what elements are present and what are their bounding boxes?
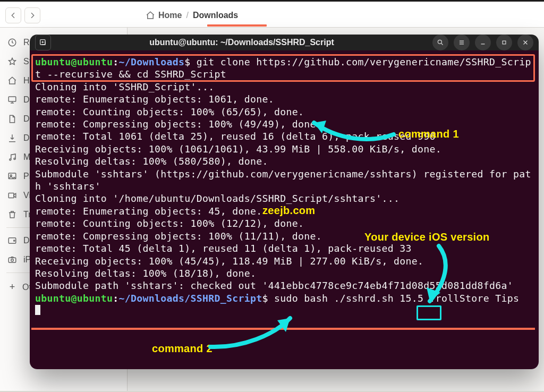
terminal-output-line: Receiving objects: 100% (45/45), 118.49 … [35, 255, 423, 267]
trash-icon [7, 210, 17, 219]
svg-rect-9 [8, 258, 16, 262]
file-icon [7, 114, 17, 124]
terminal-output-line: remote: Compressing objects: 100% (11/11… [35, 231, 322, 242]
chevron-left-icon [9, 11, 18, 20]
terminal-output-line: Submodule 'sshtars' (https://github.com/… [35, 168, 531, 192]
terminal-body[interactable]: ubuntu@ubuntu:~/Downloads$ git clone htt… [30, 50, 539, 369]
camera-icon [7, 255, 17, 265]
hamburger-icon [458, 39, 465, 46]
chevron-right-icon [28, 11, 37, 20]
annotation-arrow-1 [295, 114, 402, 151]
video-icon [7, 191, 17, 200]
files-toolbar: Home / Downloads [0, 3, 544, 28]
close-button[interactable] [517, 35, 533, 50]
breadcrumb-separator: / [186, 11, 188, 20]
annotation-underline [207, 24, 267, 27]
terminal-window: ubuntu@ubuntu: ~/Downloads/SSHRD_Script … [30, 35, 539, 369]
terminal-output-line: remote: Enumerating objects: 1061, done. [35, 93, 274, 105]
nav-back-button[interactable] [5, 7, 21, 23]
music-icon [7, 152, 17, 162]
menu-button[interactable] [454, 35, 470, 50]
terminal-cursor [35, 305, 40, 315]
home-icon [7, 76, 17, 86]
download-icon [7, 133, 17, 143]
breadcrumb-home[interactable]: Home [146, 11, 182, 20]
svg-rect-6 [8, 193, 14, 198]
annotation-box-command1 [31, 54, 535, 82]
minimize-button[interactable] [475, 35, 491, 50]
minimize-icon [479, 39, 487, 46]
terminal-output-line: remote: Counting objects: 100% (65/65), … [35, 106, 304, 117]
terminal-titlebar[interactable]: ubuntu@ubuntu: ~/Downloads/SSHRD_Script [30, 35, 539, 50]
command-2: sudo bash ./sshrd.sh 15.5 TrollStore Tip… [274, 293, 519, 304]
home-icon [146, 11, 155, 20]
search-icon [437, 39, 444, 46]
terminal-output-line: Cloning into '/home/ubuntu/Downloads/SSH… [35, 193, 400, 204]
terminal-output-line: remote: Total 45 (delta 1), reused 11 (d… [35, 243, 412, 254]
svg-point-2 [10, 159, 11, 160]
svg-rect-13 [503, 41, 506, 44]
terminal-output-line: Cloning into 'SSHRD_Script'... [35, 81, 215, 92]
svg-point-12 [438, 40, 441, 44]
search-button[interactable] [432, 35, 448, 50]
desktop-icon [7, 95, 17, 105]
annotation-label-command2: command 2 [152, 343, 212, 355]
terminal-output-line: remote: Compressing objects: 100% (49/49… [35, 118, 322, 130]
annotation-arrow-3 [205, 311, 306, 353]
svg-point-10 [11, 259, 14, 262]
clock-icon [7, 38, 17, 47]
svg-point-3 [14, 158, 15, 160]
annotation-label-command1: command 1 [398, 128, 459, 140]
maximize-icon [500, 39, 508, 46]
plus-icon: + [7, 282, 17, 293]
breadcrumb-home-label: Home [158, 11, 182, 20]
close-icon [522, 39, 529, 46]
terminal-output-line: Resolving deltas: 100% (580/580), done. [35, 156, 268, 167]
star-icon [7, 57, 17, 66]
disk-icon [7, 236, 17, 245]
terminal-output-line: Resolving deltas: 100% (18/18), done. [35, 268, 256, 279]
svg-point-8 [14, 240, 15, 241]
new-tab-button[interactable] [35, 35, 51, 50]
maximize-button[interactable] [496, 35, 512, 50]
prompt-path: ~/Downloads/SSHRD_Script [119, 293, 262, 304]
annotation-arrow-2 [410, 242, 479, 311]
terminal-output-line: remote: Counting objects: 100% (12/12), … [35, 218, 304, 229]
breadcrumb[interactable]: Home / Downloads [146, 11, 238, 20]
nav-forward-button[interactable] [24, 7, 40, 23]
svg-rect-1 [8, 97, 16, 101]
annotation-watermark: zeejb.com [262, 204, 315, 217]
breadcrumb-downloads[interactable]: Downloads [193, 11, 238, 20]
terminal-output-line: remote: Enumerating objects: 45, done. [35, 206, 262, 217]
image-icon [7, 172, 17, 181]
prompt-user: ubuntu@ubuntu [35, 293, 113, 304]
new-tab-icon [39, 38, 47, 47]
terminal-title: ubuntu@ubuntu: ~/Downloads/SSHRD_Script [56, 38, 427, 47]
prompt-symbol: $ [262, 293, 268, 304]
